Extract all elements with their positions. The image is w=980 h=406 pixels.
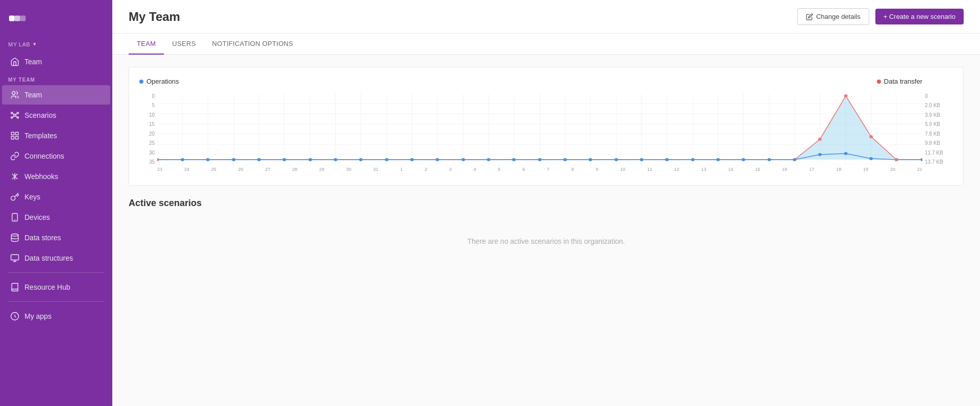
svg-point-88 (818, 153, 822, 156)
operations-dot (139, 80, 143, 84)
svg-line-12 (16, 116, 17, 118)
tab-team[interactable]: TEAM (129, 34, 164, 55)
sidebar-item-devices[interactable]: Devices (2, 208, 110, 227)
my-apps-icon (10, 312, 19, 321)
webhooks-icon (10, 172, 19, 181)
sidebar-item-team[interactable]: Team (2, 85, 110, 105)
svg-point-8 (17, 117, 19, 118)
sidebar-item-templates[interactable]: Templates (2, 126, 110, 145)
svg-rect-14 (16, 132, 18, 135)
svg-rect-21 (11, 255, 19, 260)
tab-users[interactable]: USERS (164, 34, 204, 55)
sidebar-item-connections[interactable]: Connections (2, 146, 110, 166)
svg-point-94 (818, 138, 822, 141)
usage-chart: Operations Data transfer 35 30 25 20 15 … (129, 67, 964, 186)
templates-icon (10, 131, 19, 140)
content-area: Operations Data transfer 35 30 25 20 15 … (112, 55, 980, 406)
my-lab-dropdown[interactable]: MY LAB ▾ (0, 37, 112, 52)
svg-point-86 (768, 158, 771, 161)
svg-rect-0 (9, 16, 15, 21)
tab-notification-options[interactable]: NOTIFICATION OPTIONS (204, 34, 302, 55)
y-axis-left: 35 30 25 20 15 10 5 0 (139, 93, 155, 165)
chart-plot (157, 93, 922, 165)
svg-point-79 (589, 158, 592, 161)
svg-point-87 (793, 158, 796, 161)
tabs-bar: TEAM USERS NOTIFICATION OPTIONS (112, 34, 980, 55)
divider (8, 272, 104, 273)
sidebar-item-data-structures[interactable]: Data structures (2, 248, 110, 268)
devices-icon (10, 213, 19, 222)
sidebar-item-resource-hub[interactable]: Resource Hub (2, 277, 110, 297)
my-apps-label: My apps (24, 312, 52, 320)
svg-point-70 (359, 158, 363, 161)
data-structures-label: Data structures (24, 254, 73, 262)
sidebar-item-my-apps[interactable]: My apps (2, 307, 110, 326)
svg-point-85 (742, 158, 745, 161)
main-content: My Team Change details + Create a new sc… (112, 0, 980, 406)
svg-rect-1 (15, 16, 20, 21)
sidebar-item-organization[interactable]: Team (2, 52, 110, 71)
svg-point-97 (895, 158, 898, 161)
connections-label: Connections (24, 152, 64, 160)
data-transfer-dot (877, 80, 881, 84)
svg-point-6 (17, 112, 19, 114)
sidebar-item-webhooks[interactable]: Webhooks (2, 167, 110, 186)
keys-icon (10, 192, 19, 201)
sidebar-item-data-stores[interactable]: Data stores (2, 228, 110, 247)
sidebar-item-scenarios[interactable]: Scenarios (2, 106, 110, 125)
templates-label: Templates (24, 132, 57, 140)
webhooks-label: Webhooks (24, 172, 58, 181)
svg-point-20 (11, 234, 18, 237)
svg-point-5 (11, 112, 13, 114)
svg-point-17 (14, 176, 16, 177)
svg-point-93 (157, 158, 159, 161)
svg-point-78 (564, 158, 567, 161)
svg-point-71 (385, 158, 388, 161)
devices-label: Devices (24, 213, 50, 221)
svg-point-89 (844, 152, 848, 155)
svg-line-10 (16, 113, 17, 115)
svg-point-81 (640, 158, 644, 161)
logo[interactable] (0, 0, 112, 37)
svg-point-95 (844, 94, 848, 97)
svg-point-68 (308, 158, 312, 161)
my-team-section: MY TEAM (0, 72, 112, 85)
active-scenarios-title: Active scenarios (129, 198, 964, 209)
team-label: Team (24, 91, 42, 99)
svg-point-3 (12, 91, 15, 94)
svg-point-80 (615, 158, 618, 161)
top-bar-actions: Change details + Create a new scenario (797, 8, 964, 25)
data-stores-icon (10, 233, 19, 242)
svg-point-65 (232, 158, 235, 161)
scenarios-icon (10, 111, 19, 120)
change-details-button[interactable]: Change details (797, 8, 869, 25)
active-scenarios-empty: There are no active scenarios in this or… (129, 217, 964, 266)
operations-label: Operations (146, 78, 179, 85)
svg-point-82 (665, 158, 669, 161)
resource-hub-icon (10, 283, 19, 292)
svg-point-76 (512, 158, 516, 161)
create-scenario-button[interactable]: + Create a new scenario (875, 9, 964, 24)
svg-point-73 (435, 158, 439, 161)
svg-point-72 (410, 158, 414, 161)
svg-point-83 (691, 158, 695, 161)
active-scenarios-section: Active scenarios There are no active sce… (129, 198, 964, 266)
svg-point-96 (869, 135, 873, 138)
chart-svg-area: 35 30 25 20 15 10 5 0 (139, 93, 953, 175)
svg-line-9 (13, 113, 14, 115)
home-icon (10, 57, 19, 66)
svg-point-7 (11, 117, 13, 118)
edit-icon (806, 13, 813, 20)
data-transfer-label: Data transfer (884, 78, 922, 85)
y-axis-right: 13.7 KB 11.7 KB 9.8 KB 7.8 KB 5.9 KB 3.9… (925, 93, 953, 165)
sidebar: MY LAB ▾ Team MY TEAM Team (0, 0, 112, 406)
operations-legend: Operations (139, 78, 179, 85)
svg-rect-16 (16, 137, 18, 139)
top-bar: My Team Change details + Create a new sc… (112, 0, 980, 34)
svg-line-11 (13, 116, 14, 118)
chart-legend: Operations Data transfer (139, 78, 953, 85)
sidebar-item-keys[interactable]: Keys (2, 187, 110, 207)
svg-point-69 (334, 158, 337, 161)
svg-point-90 (869, 157, 873, 160)
svg-point-64 (206, 158, 210, 161)
